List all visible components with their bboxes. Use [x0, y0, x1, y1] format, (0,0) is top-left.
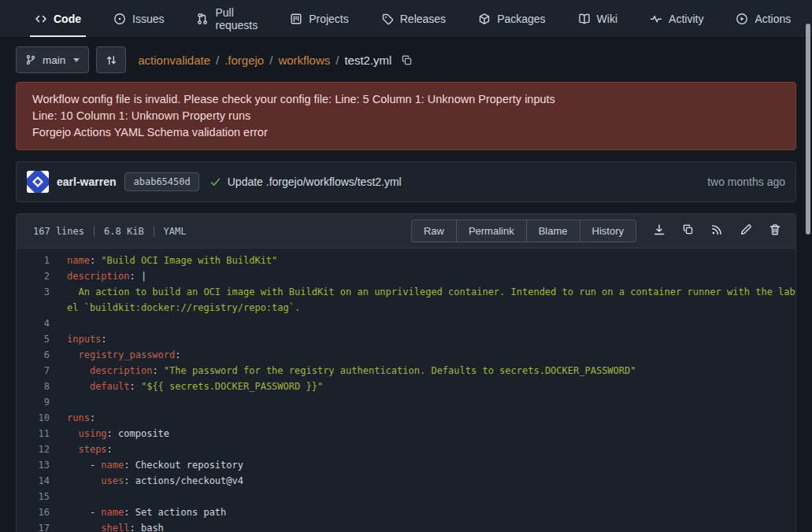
code-line-content: [67, 316, 795, 331]
code-line: 7 description: "The password for the reg…: [17, 363, 795, 379]
nav-tab-activity[interactable]: Activity: [645, 0, 708, 37]
line-number[interactable]: 10: [17, 410, 67, 426]
code-line-content: steps:: [67, 441, 795, 457]
line-number[interactable]: 16: [17, 504, 67, 520]
code-line: 13 - name: Checkout repository: [17, 457, 795, 473]
nav-tab-releases[interactable]: Releases: [376, 0, 450, 37]
rss-feed-button[interactable]: [710, 224, 723, 239]
commit-status-check-icon[interactable]: [209, 176, 221, 188]
line-number[interactable]: 1: [17, 253, 67, 268]
line-number[interactable]: 8: [17, 379, 67, 394]
nav-tab-label: Code: [54, 13, 81, 25]
commit-bar: earl-warren abab65450d Update .forgejo/w…: [16, 161, 796, 202]
code-line-content: using: composite: [67, 426, 795, 441]
page-scrollbar[interactable]: [804, 0, 812, 532]
line-number[interactable]: 3: [17, 284, 67, 316]
code-line: 5inputs:: [17, 331, 795, 347]
delete-file-button[interactable]: [769, 224, 781, 239]
commit-time: two months ago: [707, 175, 785, 188]
nav-tab-issues[interactable]: Issues: [109, 0, 169, 37]
breadcrumb-item-workflows[interactable]: workflows: [278, 54, 330, 67]
line-number[interactable]: 5: [17, 331, 67, 347]
breadcrumb-item-actionvalidate[interactable]: actionvalidate: [138, 54, 210, 67]
pulse-icon: [650, 13, 662, 25]
copy-icon[interactable]: [682, 224, 694, 235]
line-number[interactable]: 7: [17, 363, 67, 379]
edit-file-button[interactable]: [740, 224, 752, 239]
nav-tab-label: Projects: [309, 13, 349, 25]
commit-author[interactable]: earl-warren: [57, 175, 116, 188]
nav-tab-label: Packages: [497, 13, 545, 25]
nav-tab-wiki[interactable]: Wiki: [573, 0, 622, 37]
edit-icon[interactable]: [740, 224, 752, 236]
download-button[interactable]: [653, 224, 666, 239]
line-number[interactable]: 13: [17, 457, 67, 473]
nav-tab-actions[interactable]: Actions: [731, 0, 795, 37]
code-line: 2description: |: [17, 268, 795, 284]
nav-tab-pull-requests[interactable]: Pull requests: [191, 0, 262, 37]
code-line-content: inputs:: [67, 331, 795, 347]
nav-tab-label: Wiki: [597, 13, 617, 25]
compare-button[interactable]: [96, 46, 126, 73]
code-line-content: name: "Build OCI Image with BuildKit": [67, 253, 795, 268]
copy-file-button[interactable]: [682, 224, 694, 238]
download-icon[interactable]: [653, 224, 666, 236]
file-lines-count: 167 lines: [33, 226, 84, 237]
code-line: 11 using: composite: [17, 426, 795, 441]
nav-tab-projects[interactable]: Projects: [285, 0, 354, 37]
branch-selector[interactable]: main: [16, 46, 89, 73]
breadcrumb: actionvalidate/.forgejo/workflows/test2.…: [138, 54, 413, 67]
line-number[interactable]: 15: [17, 489, 67, 504]
commit-sha-badge[interactable]: abab65450d: [124, 172, 198, 191]
branch-name: main: [43, 54, 65, 66]
nav-tab-code[interactable]: Code: [30, 0, 86, 37]
rss-icon[interactable]: [710, 224, 723, 236]
breadcrumb-item-test2-yml: test2.yml: [344, 54, 391, 67]
avatar[interactable]: [27, 171, 49, 193]
blame-button[interactable]: Blame: [526, 220, 580, 242]
code-line: 9: [17, 394, 795, 410]
file-language: YAML: [164, 226, 187, 237]
copy-path-icon[interactable]: [401, 54, 413, 66]
breadcrumb-separator: /: [269, 54, 273, 67]
breadcrumb-item--forgejo[interactable]: .forgejo: [224, 54, 264, 67]
code-line-content: - name: Checkout repository: [67, 457, 795, 473]
projects-icon: [290, 13, 302, 25]
code-icon: [35, 13, 47, 25]
package-icon: [478, 13, 491, 25]
code-line: 14 uses: actions/checkout@v4: [17, 473, 795, 489]
error-banner: Workflow config file is invalid. Please …: [16, 82, 796, 150]
nav-tab-packages[interactable]: Packages: [473, 0, 550, 37]
issue-icon: [113, 13, 126, 25]
book-icon: [578, 13, 591, 25]
line-number[interactable]: 12: [17, 441, 67, 457]
code-line: 17 shell: bash: [17, 520, 795, 532]
scrollbar-thumb[interactable]: [806, 24, 810, 235]
file-view-panel: 167 lines 6.8 KiB YAML RawPermalinkBlame…: [16, 213, 796, 532]
code-line-content: runs:: [67, 410, 795, 426]
breadcrumb-separator: /: [336, 54, 339, 67]
repo-navbar: CodeIssuesPull requestsProjectsReleasesP…: [0, 0, 812, 38]
nav-tab-label: Issues: [132, 13, 164, 25]
code-line: 1name: "Build OCI Image with BuildKit": [17, 253, 795, 268]
line-number[interactable]: 2: [17, 268, 67, 284]
line-number[interactable]: 4: [17, 316, 67, 331]
code-line-content: - name: Set actions path: [67, 504, 795, 520]
permalink-button[interactable]: Permalink: [456, 220, 526, 242]
branch-bar: main actionvalidate/.forgejo/workflows/t…: [16, 46, 796, 74]
delete-icon[interactable]: [769, 224, 781, 236]
code-line-content: [67, 489, 795, 504]
code-line: 3 An action to build an OCI image with B…: [17, 284, 795, 316]
line-number[interactable]: 6: [17, 347, 67, 363]
code-line: 8 default: "${{ secrets.DOCKER_PASSWORD …: [17, 379, 795, 394]
line-number[interactable]: 17: [17, 520, 67, 532]
line-number[interactable]: 9: [17, 394, 67, 410]
divider: [94, 226, 95, 237]
code-line: 4: [17, 316, 795, 331]
history-button[interactable]: History: [580, 220, 636, 242]
file-header: 167 lines 6.8 KiB YAML RawPermalinkBlame…: [17, 214, 795, 249]
line-number[interactable]: 11: [17, 426, 67, 441]
line-number[interactable]: 14: [17, 473, 67, 489]
commit-message[interactable]: Update .forgejo/workflows/test2.yml: [228, 175, 402, 188]
raw-button[interactable]: Raw: [411, 220, 456, 242]
